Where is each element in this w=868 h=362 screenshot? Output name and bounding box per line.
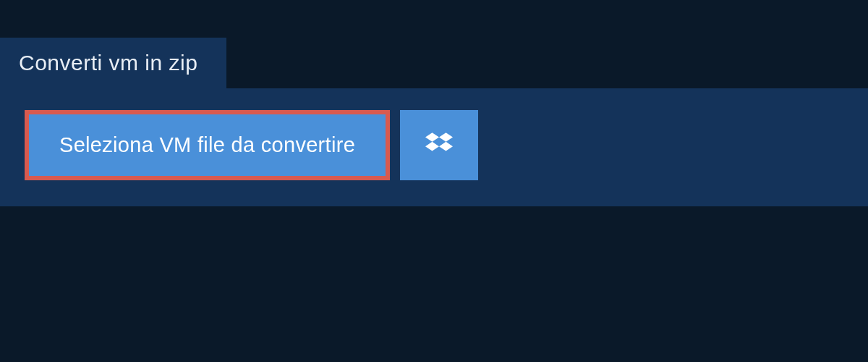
panel-body: Seleziona VM file da convertire xyxy=(0,88,868,206)
select-file-label: Seleziona VM file da convertire xyxy=(59,133,355,156)
dropbox-icon xyxy=(425,130,453,160)
tab-bar: Converti vm in zip xyxy=(0,0,868,88)
tab-convert-vm-zip[interactable]: Converti vm in zip xyxy=(0,38,226,88)
dropbox-button[interactable] xyxy=(400,110,478,180)
action-row: Seleziona VM file da convertire xyxy=(25,110,478,180)
select-file-button[interactable]: Seleziona VM file da convertire xyxy=(29,114,386,176)
tab-label: Converti vm in zip xyxy=(19,51,197,75)
select-file-highlight: Seleziona VM file da convertire xyxy=(25,110,390,180)
